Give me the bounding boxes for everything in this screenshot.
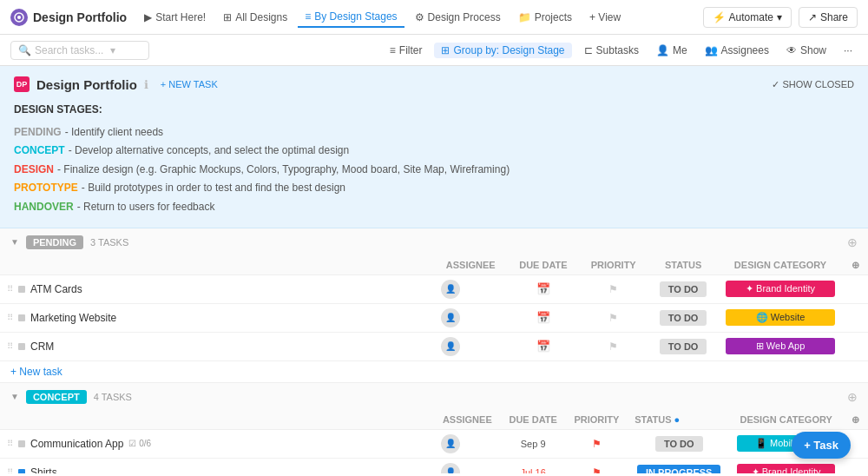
- drag-handle[interactable]: ⠿: [7, 467, 13, 473]
- share-button[interactable]: ↗ Share: [799, 7, 858, 28]
- page-icon: DP: [14, 76, 30, 92]
- assignee-icon[interactable]: 👤: [441, 308, 460, 327]
- assignee-icon[interactable]: 👤: [441, 434, 460, 453]
- col-priority: PRIORITY: [579, 256, 648, 275]
- assignee-icon[interactable]: 👤: [441, 337, 460, 356]
- col-actions: ⊕: [842, 411, 868, 430]
- category-badge[interactable]: ⊞ Web App: [726, 338, 835, 354]
- section-concept-header[interactable]: ▼ CONCEPT 4 TASKS ⊕: [0, 383, 868, 411]
- col-assignee: ASSIGNEE: [434, 411, 501, 430]
- col-actions: ⊕: [842, 256, 868, 275]
- assignees-button[interactable]: 👥 Assignees: [700, 43, 774, 58]
- status-cell: TO DO: [648, 303, 719, 332]
- due-date-value: Jul 16: [520, 467, 545, 473]
- table-row[interactable]: ⠿ Shirts 👤 Jul 16 ⚑ IN PROGRESS ✦ Brand …: [0, 458, 868, 473]
- drag-handle[interactable]: ⠿: [7, 439, 13, 448]
- task-color-dot: [18, 343, 25, 350]
- task-name-label: ATM Cards: [30, 283, 82, 295]
- tab-design-process[interactable]: ⚙ Design Process: [408, 8, 508, 27]
- tab-add-view[interactable]: + View: [582, 8, 628, 27]
- show-button[interactable]: 👁 Show: [781, 43, 832, 58]
- add-task-pending[interactable]: + New task: [0, 361, 868, 382]
- add-column-button[interactable]: ⊕: [847, 235, 858, 249]
- row-actions-cell: [842, 303, 868, 332]
- status-badge[interactable]: TO DO: [660, 339, 707, 354]
- status-badge[interactable]: TO DO: [655, 436, 703, 452]
- tab-all-designs[interactable]: ⊞ All Designs: [216, 8, 294, 27]
- filter-button[interactable]: ≡ Filter: [385, 43, 428, 58]
- tab-icon: ≡: [305, 10, 311, 23]
- priority-icon: ⚑: [608, 283, 618, 295]
- new-task-button[interactable]: + NEW TASK: [155, 77, 223, 91]
- due-date-value: Sep 9: [521, 439, 546, 449]
- add-task-fab[interactable]: + Task: [792, 432, 851, 459]
- concept-task-count: 4 TASKS: [94, 392, 132, 402]
- assignee-cell: 👤: [434, 274, 508, 303]
- assignee-icon[interactable]: 👤: [441, 463, 460, 473]
- task-color-dot: [18, 286, 25, 293]
- task-name-cell: ⠿ ATM Cards: [0, 274, 434, 303]
- row-actions-cell: [842, 332, 868, 360]
- subtasks-button[interactable]: ⊏ Subtasks: [579, 43, 644, 58]
- more-options-button[interactable]: ···: [838, 43, 858, 58]
- tab-start-here[interactable]: ▶ Start Here!: [137, 8, 213, 27]
- table-row[interactable]: ⠿ CRM 👤 📅 ⚑ TO DO ⊞ Web App: [0, 332, 868, 360]
- priority-cell: ⚑: [579, 303, 648, 332]
- app-logo: Design Portfolio: [10, 9, 127, 26]
- show-closed-button[interactable]: ✓ SHOW CLOSED: [772, 79, 854, 90]
- tab-icon: ▶: [144, 11, 152, 23]
- status-badge[interactable]: TO DO: [660, 281, 707, 297]
- pending-badge: PENDING: [26, 235, 83, 249]
- drag-handle[interactable]: ⠿: [7, 284, 13, 294]
- add-column-button[interactable]: ⊕: [847, 390, 858, 404]
- subtasks-icon: ⊏: [584, 44, 593, 56]
- group-by-button[interactable]: ⊞ Group by: Design Stage: [434, 43, 571, 58]
- tab-icon: 📁: [518, 11, 531, 23]
- show-icon: 👁: [786, 44, 797, 56]
- section-pending-header[interactable]: ▼ PENDING 3 TASKS ⊕: [0, 228, 868, 256]
- col-status: STATUS: [648, 256, 719, 275]
- stage-prototype: PROTOTYPE - Build prototypes in order to…: [14, 179, 854, 198]
- toolbar: 🔍 Search tasks... ▾ ≡ Filter ⊞ Group by:…: [0, 35, 868, 66]
- category-badge[interactable]: 🌐 Website: [726, 309, 835, 326]
- due-date-cell: Sep 9: [501, 429, 566, 458]
- priority-icon: ⚑: [592, 466, 602, 473]
- task-name-cell: ⠿ CRM: [0, 332, 434, 360]
- table-row[interactable]: ⠿ ATM Cards 👤 📅 ⚑ TO DO ✦ Brand Identity: [0, 274, 868, 303]
- status-badge[interactable]: TO DO: [660, 310, 707, 326]
- me-button[interactable]: 👤 Me: [651, 43, 693, 58]
- table-row[interactable]: ⠿ Communication App ☑ 0/6 👤 Sep 9 ⚑ TO D…: [0, 429, 868, 458]
- tab-icon: ⊞: [223, 11, 232, 23]
- col-design-category: DESIGN CATEGORY: [730, 411, 842, 430]
- drag-handle[interactable]: ⠿: [7, 341, 13, 351]
- drag-handle[interactable]: ⠿: [7, 313, 13, 322]
- pending-task-table: ASSIGNEE DUE DATE PRIORITY STATUS DESIGN…: [0, 256, 868, 361]
- tab-by-design-stage[interactable]: ≡ By Design Stages: [298, 7, 404, 28]
- priority-icon: ⚑: [608, 312, 618, 324]
- due-date-cell: 📅: [508, 274, 580, 303]
- assignees-icon: 👥: [705, 44, 718, 56]
- logo-icon: [10, 9, 28, 26]
- collapse-icon[interactable]: ▼: [10, 237, 19, 247]
- status-badge[interactable]: IN PROGRESS: [637, 465, 720, 473]
- section-pending: ▼ PENDING 3 TASKS ⊕ ASSIGNEE DUE DATE PR…: [0, 228, 868, 383]
- category-badge[interactable]: ✦ Brand Identity: [726, 281, 835, 297]
- category-badge[interactable]: ✦ Brand Identity: [737, 464, 835, 473]
- concept-task-list: ⠿ Communication App ☑ 0/6 👤 Sep 9 ⚑ TO D…: [0, 429, 868, 473]
- col-priority: PRIORITY: [566, 411, 628, 430]
- assignee-icon[interactable]: 👤: [441, 280, 460, 299]
- group-icon: ⊞: [441, 44, 450, 56]
- top-nav: Design Portfolio ▶ Start Here! ⊞ All Des…: [0, 0, 868, 35]
- tab-projects[interactable]: 📁 Projects: [511, 8, 579, 27]
- automate-button[interactable]: ⚡ Automate ▾: [703, 7, 792, 28]
- col-assignee: ASSIGNEE: [434, 256, 508, 275]
- table-row[interactable]: ⠿ Marketing Website 👤 📅 ⚑ TO DO 🌐 Websit…: [0, 303, 868, 332]
- due-date-cell: 📅: [508, 332, 580, 360]
- category-cell: ⊞ Web App: [719, 332, 842, 360]
- priority-icon: ⚑: [592, 438, 602, 450]
- collapse-icon[interactable]: ▼: [10, 392, 19, 401]
- table-header-row: ASSIGNEE DUE DATE PRIORITY STATUS ● DESI…: [0, 411, 868, 430]
- col-design-category: DESIGN CATEGORY: [719, 256, 842, 275]
- assignee-cell: 👤: [434, 303, 508, 332]
- search-box[interactable]: 🔍 Search tasks... ▾: [10, 41, 149, 60]
